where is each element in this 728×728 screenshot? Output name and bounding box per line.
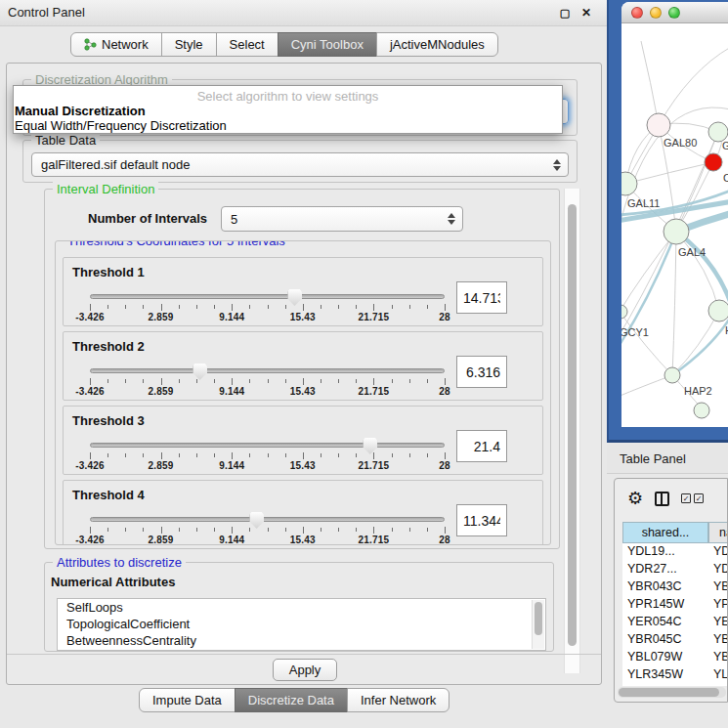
threshold-2-slider[interactable]: -3.4262.8599.14415.4321.71528: [90, 368, 445, 388]
network-edge: [672, 311, 719, 375]
network-node-bottom-node[interactable]: [694, 403, 709, 418]
tab-label: Network: [102, 37, 149, 52]
popup-option-manual[interactable]: Manual Discretization: [15, 104, 146, 118]
control-panel: Control Panel ▢ ✕ NetworkStyleSelectCyni…: [0, 0, 607, 728]
table-cell[interactable]: YPR145W: [622, 596, 708, 614]
slider-track[interactable]: [90, 517, 445, 522]
attribute-list-item[interactable]: BetweennessCentrality: [58, 632, 545, 649]
attributes-group: Attributes to discretize Numerical Attri…: [44, 562, 554, 652]
apply-button[interactable]: Apply: [273, 659, 337, 681]
network-node-hap2[interactable]: [664, 367, 680, 383]
columns-icon[interactable]: [655, 492, 669, 506]
table-row[interactable]: YER054CYER0: [622, 614, 728, 631]
table-cell[interactable]: YBR0: [708, 578, 728, 596]
number-of-intervals-combobox[interactable]: 5: [221, 206, 463, 232]
table-cell[interactable]: YER0: [708, 614, 728, 631]
table-cell[interactable]: YBL0: [708, 649, 728, 666]
tab-label: Impute Data: [152, 693, 222, 707]
table-cell[interactable]: YIL052C: [622, 684, 708, 686]
network-canvas[interactable]: GAL80GACGAL11GAL4GCY1HHAP2: [621, 23, 728, 427]
table-cell[interactable]: YBR0: [708, 631, 728, 649]
slider-track[interactable]: [90, 443, 445, 448]
slider-track[interactable]: [90, 294, 445, 299]
network-node-h-right[interactable]: [708, 300, 728, 321]
cyni-toolbox-content: Discretization Algorithm Select algorith…: [6, 63, 602, 685]
popup-option-equal-width[interactable]: Equal Width/Frequency Discretization: [15, 118, 227, 133]
threshold-1-slider[interactable]: -3.4262.8599.14415.4321.71528: [90, 294, 445, 314]
tab-impute-data[interactable]: Impute Data: [139, 688, 236, 712]
network-node-g-right[interactable]: [708, 122, 728, 142]
close-icon[interactable]: ✕: [579, 6, 593, 20]
network-node-gal11[interactable]: [621, 172, 637, 195]
network-edge: [641, 41, 659, 125]
tab-infer-network[interactable]: Infer Network: [347, 688, 450, 712]
network-node-gal80[interactable]: [647, 113, 670, 137]
mac-minimize-button[interactable]: [650, 7, 662, 19]
tab-jactivemnodules[interactable]: jActiveMNodules: [376, 32, 498, 57]
threshold-2-value-field[interactable]: [456, 356, 507, 388]
checked-box-icon[interactable]: ✓: [681, 493, 691, 503]
checkbox-icons[interactable]: ✓✓: [681, 493, 704, 503]
mac-close-button[interactable]: [631, 7, 643, 19]
table-row[interactable]: YPR145WYPR1: [622, 596, 728, 614]
gear-icon[interactable]: ⚙: [627, 490, 643, 507]
table-cell[interactable]: YDL1: [708, 543, 728, 561]
control-panel-titlebar: Control Panel ▢ ✕: [0, 0, 607, 26]
table-header-shared-name[interactable]: shared...: [622, 522, 708, 543]
table-row[interactable]: YDR27...YDR2: [622, 561, 728, 578]
table-cell[interactable]: YBL079W: [622, 649, 708, 666]
network-node-label: GA: [722, 140, 728, 151]
table-cell[interactable]: YDR2: [708, 561, 728, 578]
threshold-3-value-field[interactable]: [456, 430, 507, 462]
table-cell[interactable]: YER054C: [622, 614, 708, 631]
attribute-list-item[interactable]: SelfLoops: [58, 599, 545, 616]
table-row[interactable]: YIL052CYIL0: [622, 684, 728, 686]
table-cell[interactable]: YBR045C: [622, 631, 708, 649]
table-cell[interactable]: YLR3: [708, 666, 728, 684]
slider-track[interactable]: [90, 368, 445, 373]
table-row[interactable]: YBR045CYBR0: [622, 631, 728, 649]
network-node-label: GAL80: [664, 137, 697, 149]
threshold-4-value-field[interactable]: [456, 504, 507, 536]
tab-discretize-data[interactable]: Discretize Data: [235, 688, 348, 712]
scrollbar-thumb[interactable]: [568, 204, 577, 646]
table-row[interactable]: YLR345WYLR3: [622, 666, 728, 684]
table-row[interactable]: YBL079WYBL0: [622, 649, 728, 666]
threshold-4-slider[interactable]: -3.4262.8599.14415.4321.71528: [90, 517, 445, 536]
scrollbar-thumb[interactable]: [619, 688, 719, 697]
network-node-gal4[interactable]: [664, 219, 689, 244]
table-cell[interactable]: YLR345W: [622, 666, 708, 684]
attributes-title: Attributes to discretize: [53, 555, 186, 570]
table-header-name[interactable]: na: [708, 522, 728, 543]
threshold-3-box: Threshold 3-3.4262.8599.14415.4321.71528: [63, 406, 543, 475]
mac-zoom-button[interactable]: [668, 7, 680, 19]
table-cell[interactable]: YIL0: [708, 684, 728, 686]
attribute-list-item[interactable]: TopologicalCoefficient: [58, 616, 545, 632]
threshold-3-slider[interactable]: -3.4262.8599.14415.4321.71528: [90, 443, 445, 462]
table-cell[interactable]: YBR043C: [622, 578, 708, 596]
node-table: shared...na YDL19...YDL1YDR27...YDR2YBR0…: [622, 522, 728, 686]
table-panel-body: ⚙ ✓✓ shared...na YDL19...YDL1YDR27...YDR…: [614, 478, 728, 703]
table-row[interactable]: YBR043CYBR0: [622, 578, 728, 596]
table-cell[interactable]: YDL19...: [622, 543, 708, 561]
threshold-1-value-field[interactable]: [456, 281, 507, 314]
table-horizontal-scrollbar[interactable]: [618, 687, 726, 698]
tab-select[interactable]: Select: [216, 32, 278, 57]
table-cell[interactable]: YPR1: [708, 596, 728, 614]
main-scrollbar[interactable]: [564, 189, 580, 673]
network-node-red-node[interactable]: [705, 153, 722, 171]
float-window-icon[interactable]: ▢: [558, 6, 572, 20]
attributes-scrollbar[interactable]: [532, 600, 544, 649]
thresholds-group: Threshold's Coordinates for 5 Intervals …: [55, 240, 551, 545]
tab-style[interactable]: Style: [161, 32, 217, 57]
tab-network[interactable]: Network: [70, 32, 162, 57]
tab-cyni-toolbox[interactable]: Cyni Toolbox: [278, 32, 377, 57]
scrollbar-thumb[interactable]: [535, 602, 542, 635]
table-row[interactable]: YDL19...YDL1: [622, 543, 728, 561]
checked-box-icon[interactable]: ✓: [694, 493, 704, 503]
table-data-combobox[interactable]: galFiltered.sif default node: [31, 152, 569, 177]
network-node-gcy1[interactable]: [621, 305, 627, 319]
slider-ticks: [90, 526, 445, 534]
slider-tick-labels: -3.4262.8599.14415.4321.71528: [90, 460, 445, 471]
table-cell[interactable]: YDR27...: [622, 561, 708, 578]
